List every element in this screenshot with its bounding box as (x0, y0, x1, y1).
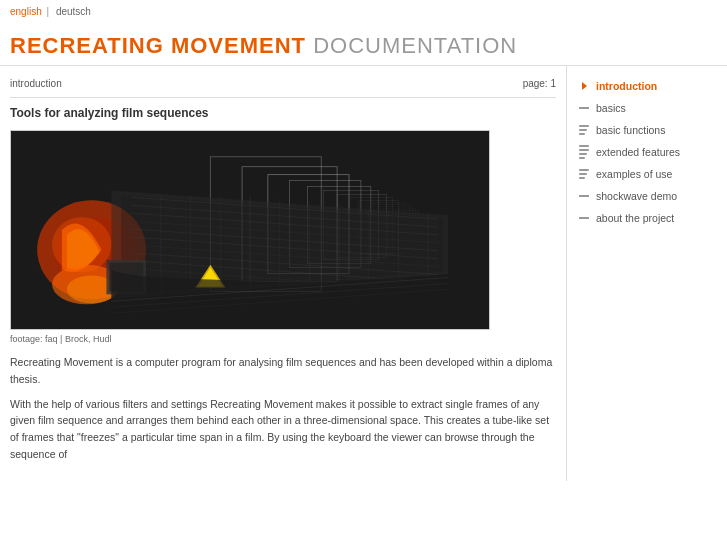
nav-label-extended-features: extended features (596, 146, 680, 158)
lang-separator: | (46, 6, 49, 17)
image-caption: footage: faq | Brock, Hudl (10, 334, 556, 344)
bars3b-icon (579, 169, 589, 179)
article-image (10, 130, 490, 330)
visualization-svg (11, 131, 489, 329)
bars3-icon (579, 125, 589, 135)
sidebar-item-basics[interactable]: basics (575, 98, 719, 118)
article-paragraph-1: Recreating Movement is a computer progra… (10, 354, 556, 388)
article-heading: Tools for analyzing film sequences (10, 106, 556, 120)
sidebar-item-extended-features[interactable]: extended features (575, 142, 719, 162)
header: RECREATING MOVEMENT DOCUMENTATION (0, 23, 727, 66)
sidebar-item-about-the-project[interactable]: about the project (575, 208, 719, 228)
bars4-icon (579, 145, 589, 159)
section-title: introduction (10, 78, 62, 89)
single-bar-icon-3 (579, 217, 589, 219)
examples-icon (577, 168, 591, 180)
title-highlight: RECREATING MOVEMENT (10, 33, 306, 58)
sidebar-item-introduction[interactable]: introduction (575, 76, 719, 96)
nav-label-shockwave-demo: shockwave demo (596, 190, 677, 202)
title-normal: DOCUMENTATION (306, 33, 517, 58)
lang-deutsch[interactable]: deutsch (56, 6, 91, 17)
introduction-icon (577, 80, 591, 92)
site-title: RECREATING MOVEMENT DOCUMENTATION (10, 33, 717, 59)
nav-label-examples-of-use: examples of use (596, 168, 672, 180)
article-paragraph-2: With the help of various filters and set… (10, 396, 556, 463)
lang-english[interactable]: english (10, 6, 42, 17)
single-bar-icon-2 (579, 195, 589, 197)
main-layout: introduction page: 1 Tools for analyzing… (0, 66, 727, 481)
nav-label-basic-functions: basic functions (596, 124, 665, 136)
basics-icon (577, 102, 591, 114)
single-bar-icon (579, 107, 589, 109)
shockwave-demo-icon (577, 190, 591, 202)
extended-features-icon (577, 146, 591, 158)
content-area: introduction page: 1 Tools for analyzing… (0, 66, 567, 481)
sidebar-item-shockwave-demo[interactable]: shockwave demo (575, 186, 719, 206)
nav-label-basics: basics (596, 102, 626, 114)
triangle-icon (582, 82, 587, 90)
sidebar-item-examples-of-use[interactable]: examples of use (575, 164, 719, 184)
sidebar-item-basic-functions[interactable]: basic functions (575, 120, 719, 140)
nav-label-introduction: introduction (596, 80, 657, 92)
sidebar: introduction basics basic functions (567, 66, 727, 481)
page-number: page: 1 (523, 78, 556, 89)
language-bar: english | deutsch (0, 0, 727, 23)
about-icon (577, 212, 591, 224)
basic-functions-icon (577, 124, 591, 136)
page-info-bar: introduction page: 1 (10, 74, 556, 98)
nav-label-about-the-project: about the project (596, 212, 674, 224)
